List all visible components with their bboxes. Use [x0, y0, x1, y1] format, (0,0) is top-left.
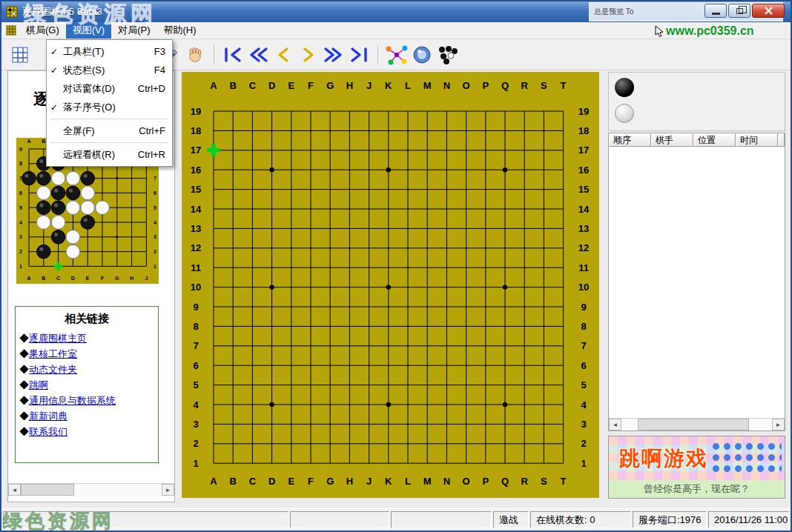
diamond-bullet-icon: ◆ — [19, 379, 29, 390]
col-order[interactable]: 顺序 — [609, 133, 651, 147]
check-icon: ✓ — [50, 47, 63, 57]
scroll-thumb[interactable] — [21, 484, 74, 496]
svg-text:15: 15 — [578, 184, 589, 195]
close-button[interactable] — [752, 4, 785, 18]
svg-text:5: 5 — [154, 205, 156, 210]
player-stones-panel — [608, 72, 785, 131]
col-position[interactable]: 位置 — [693, 133, 736, 147]
col-time[interactable]: 时间 — [736, 133, 778, 147]
ad-title: 跳啊游戏 — [619, 445, 708, 473]
svg-text:D: D — [71, 276, 75, 281]
svg-text:C: C — [56, 276, 60, 281]
nav-first-button[interactable] — [220, 43, 245, 67]
svg-text:3: 3 — [19, 234, 22, 239]
svg-text:G: G — [326, 80, 334, 91]
sidebar-link[interactable]: ◆逐鹿围棋主页 — [19, 330, 158, 346]
minimize-button[interactable] — [704, 4, 727, 18]
nav-prev-button[interactable] — [271, 43, 296, 67]
capture-button[interactable] — [409, 43, 435, 67]
board-grid-button[interactable] — [7, 43, 33, 67]
menu-item-game[interactable]: 棋局(G) — [19, 22, 66, 39]
svg-text:2: 2 — [581, 438, 586, 449]
status-datetime: 2016/11/26 11:00:52 — [708, 511, 789, 528]
sidebar-link[interactable]: ◆通用信息与数据系统 — [19, 393, 158, 408]
svg-text:T: T — [561, 476, 567, 487]
svg-text:10: 10 — [191, 282, 201, 293]
svg-text:1: 1 — [154, 264, 156, 269]
toolbar-separator — [214, 45, 214, 64]
sidebar-link[interactable]: ◆跳啊 — [19, 377, 158, 393]
svg-text:17: 17 — [578, 144, 589, 156]
svg-text:8: 8 — [581, 321, 586, 332]
scroll-thumb[interactable] — [638, 419, 749, 430]
status-port: 服务端口:1976 — [633, 511, 707, 528]
scroll-right-button[interactable]: ► — [162, 484, 174, 496]
go-board[interactable]: AABBCCDDEEFFGGHHJJKKLLMMNNOOPPQQRRSSTT19… — [182, 72, 599, 498]
svg-text:5: 5 — [19, 205, 22, 210]
menu-item-toolbar-toggle[interactable]: ✓ 工具栏(T) F3 — [47, 42, 172, 61]
moves-table: 顺序 棋手 位置 时间 ◄ ► — [608, 133, 785, 431]
svg-text:B: B — [230, 476, 237, 487]
svg-text:O: O — [463, 476, 470, 487]
svg-text:M: M — [423, 476, 432, 487]
svg-text:H: H — [346, 476, 353, 487]
svg-text:H: H — [130, 276, 133, 281]
menu-item-play[interactable]: 对局(P) — [111, 22, 156, 39]
svg-text:2: 2 — [19, 249, 22, 254]
menu-item-remote-watch[interactable]: 远程看棋(R) Ctrl+R — [47, 145, 172, 164]
menu-item-help[interactable]: 帮助(H) — [156, 22, 202, 39]
menu-item-fullscreen[interactable]: 全屏(F) Ctrl+F — [47, 122, 172, 140]
svg-text:12: 12 — [191, 242, 201, 253]
svg-text:5: 5 — [581, 379, 586, 390]
status-pane-1 — [3, 511, 288, 528]
black-stone-icon — [615, 78, 634, 97]
hand-tool-button[interactable] — [182, 43, 208, 67]
svg-text:B: B — [42, 139, 45, 144]
sidebar-h-scrollbar[interactable]: ◄ ► — [8, 483, 174, 496]
moves-h-scrollbar[interactable]: ◄ ► — [609, 418, 785, 430]
scroll-track[interactable] — [621, 419, 772, 430]
sidebar-link[interactable]: ◆果核工作室 — [19, 346, 158, 362]
check-icon: ✓ — [50, 65, 63, 76]
app-window: 逐鹿围棋4.5 Beta3 总是预览 To 绿色资源网 棋局(G) 视图(V) … — [0, 0, 792, 532]
menu-item-dialog-window[interactable]: 对话窗体(D) Ctrl+D — [47, 79, 172, 98]
links-title: 相关链接 — [16, 312, 158, 326]
stones-pattern-button[interactable] — [435, 43, 460, 67]
scroll-right-button[interactable]: ► — [772, 419, 785, 430]
nav-next-button[interactable] — [296, 43, 321, 67]
sidebar-link[interactable]: ◆新新词典 — [19, 408, 158, 424]
diamond-bullet-icon: ◆ — [19, 395, 29, 406]
status-pane-2 — [290, 511, 389, 528]
svg-text:7: 7 — [154, 176, 156, 181]
diamond-bullet-icon: ◆ — [19, 426, 29, 437]
sidebar-link[interactable]: ◆动态文件夹 — [19, 362, 158, 377]
nav-next-fast-button[interactable] — [321, 43, 346, 67]
maximize-button[interactable] — [728, 4, 750, 18]
svg-text:4: 4 — [193, 399, 199, 410]
status-invite[interactable]: 邀战 — [493, 511, 529, 528]
ad-banner[interactable]: 跳啊游戏 曾经你是高手，现在呢？ — [608, 436, 785, 499]
svg-text:C: C — [249, 476, 257, 487]
scroll-left-button[interactable]: ◄ — [8, 484, 21, 496]
sidebar-link[interactable]: ◆联系我们 — [19, 424, 158, 439]
svg-text:6: 6 — [19, 190, 22, 196]
menu-item-view[interactable]: 视图(V) — [66, 22, 111, 39]
nav-prev-fast-button[interactable] — [245, 43, 271, 67]
svg-text:B: B — [42, 276, 45, 281]
svg-text:R: R — [521, 476, 529, 487]
svg-text:E: E — [86, 276, 90, 281]
scroll-left-button[interactable]: ◄ — [609, 419, 621, 430]
network-play-button[interactable] — [384, 43, 409, 67]
svg-text:11: 11 — [191, 262, 201, 273]
col-player[interactable]: 棋手 — [651, 133, 693, 147]
svg-text:18: 18 — [578, 125, 589, 136]
svg-text:L: L — [405, 476, 411, 487]
menu-item-move-numbers[interactable]: ✓ 落子序号(O) — [47, 98, 172, 116]
svg-text:P: P — [482, 80, 489, 91]
scroll-track[interactable] — [21, 484, 162, 496]
svg-text:B: B — [230, 80, 237, 91]
status-online-count: 在线棋友数: 0 — [530, 511, 631, 528]
view-dropdown-menu: ✓ 工具栏(T) F3 ✓ 状态栏(S) F4 对话窗体(D) Ctrl+D ✓… — [46, 39, 173, 167]
nav-last-button[interactable] — [346, 43, 372, 67]
menu-item-statusbar-toggle[interactable]: ✓ 状态栏(S) F4 — [47, 61, 172, 79]
